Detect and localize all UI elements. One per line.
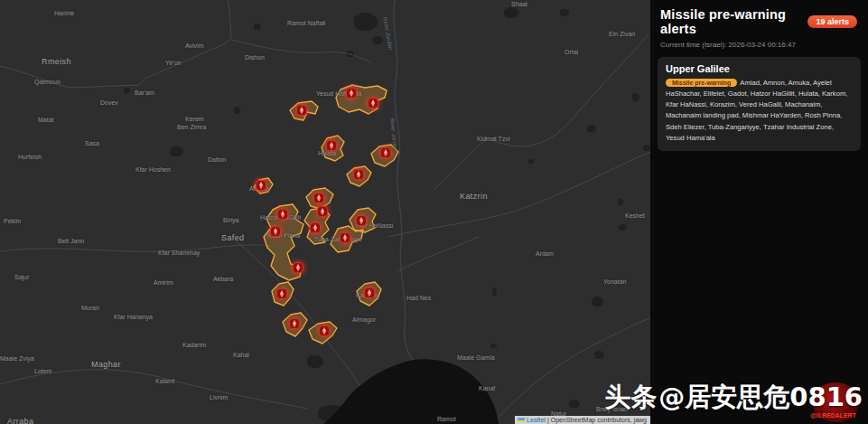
map-label: Ben Zimra — [177, 124, 206, 130]
map-label: Almagor — [352, 316, 376, 323]
app-root: HanineRamot NaftaliShaalEin ZivanOrtalAv… — [0, 0, 868, 424]
map-label: Kfar Shammay — [158, 250, 200, 256]
map-label: Katzrin — [460, 192, 488, 201]
map-label: Bar'am — [135, 90, 154, 96]
map-label: Had Nes — [406, 295, 431, 301]
region-title: Upper Galilee — [666, 63, 853, 74]
terrain-patch — [587, 125, 596, 132]
terrain-patch — [234, 107, 240, 114]
map-label: Livnim — [210, 394, 228, 400]
missile-alert-marker-icon[interactable] — [277, 209, 288, 220]
missile-alert-marker-icon[interactable] — [296, 105, 307, 116]
terrain-patch — [560, 9, 569, 16]
watermark-stamp-text: @ILREDALERT — [810, 412, 856, 419]
leaflet-flag-icon — [518, 418, 525, 422]
current-time: Current time (Israel): 2026-03-24 00:16:… — [650, 36, 868, 49]
leaflet-link[interactable]: Leaflet — [527, 417, 546, 423]
terrain-patch — [528, 159, 534, 164]
map-label: Kidmat Tzvi — [477, 136, 509, 142]
map-label: Shaal — [511, 1, 527, 7]
missile-alert-marker-icon[interactable] — [310, 222, 321, 233]
alert-type-pill: Missile pre-warning — [666, 79, 737, 87]
terrain-patch — [569, 400, 580, 408]
map-label: Yir'on — [165, 60, 181, 66]
terrain-patch — [492, 287, 497, 296]
map-label: Lotem — [34, 368, 51, 374]
region-alert-card[interactable]: Upper Galilee Missile pre-warningAmiad, … — [658, 57, 861, 151]
missile-alert-marker-icon[interactable] — [317, 206, 328, 217]
map-label: Safed — [221, 233, 245, 242]
missile-alert-marker-icon[interactable] — [353, 169, 364, 180]
map-label: Kfar Hoshen — [135, 166, 171, 173]
terrain-patch — [643, 145, 650, 151]
map-label: River Jordan — [382, 16, 394, 51]
map-label: Kadarim — [182, 342, 206, 348]
missile-alert-marker-icon[interactable] — [313, 193, 324, 203]
terrain-patch — [632, 93, 639, 101]
map-label: Rmeish — [42, 57, 71, 66]
map-label: Matat — [38, 117, 54, 123]
missile-alert-marker-icon[interactable] — [326, 140, 337, 151]
map-label: Dalton — [208, 156, 226, 163]
region-body: Missile pre-warningAmiad, Amnon, Amuka, … — [666, 78, 853, 144]
map-label: Dovev — [100, 99, 118, 106]
map-label: Kfar Hananya — [114, 314, 153, 320]
missile-alert-marker-icon[interactable] — [340, 232, 350, 243]
map-canvas[interactable]: HanineRamot NaftaliShaalEin ZivanOrtalAv… — [0, 0, 650, 424]
missile-alert-marker-icon[interactable] — [270, 226, 281, 237]
terrain-patch — [372, 36, 383, 44]
map-label: Ramot Naftali — [287, 20, 325, 26]
lake-kinneret — [323, 359, 499, 424]
terrain-patch — [592, 297, 603, 306]
map-label: Ein Zivan — [609, 31, 635, 37]
missile-alert-marker-icon[interactable] — [364, 287, 375, 298]
terrain-patch — [504, 7, 518, 18]
map-label: Pekiin — [4, 218, 21, 224]
terrain-patch — [619, 224, 627, 231]
map-label: Kanaf — [479, 385, 495, 391]
terrain-patch — [124, 88, 130, 93]
terrain-patch — [254, 24, 261, 30]
alert-zone-polygon[interactable] — [336, 85, 387, 114]
map-label: Avivim — [185, 42, 203, 49]
terrain-patch — [618, 199, 623, 205]
watermark-platform: 头条 — [604, 382, 657, 412]
map-label: Maale Gamla — [457, 354, 495, 361]
terrain-patch — [354, 13, 378, 31]
map-label: Beit Jann — [58, 238, 84, 244]
map-label: Ortal — [565, 49, 578, 55]
attribution-text: | OpenStreetMap contributors, jawg — [547, 417, 647, 423]
map-label: Kerem — [185, 116, 204, 122]
map-label: Arraba — [7, 417, 33, 424]
terrain-patch — [490, 344, 497, 348]
map-label: Moran — [81, 305, 99, 311]
missile-alert-marker-icon[interactable] — [319, 325, 330, 336]
missile-alert-marker-icon[interactable] — [368, 98, 378, 108]
map-label: Qatmoun — [34, 79, 61, 85]
missile-alert-marker-icon[interactable] — [256, 180, 266, 191]
alerts-panel: Missile pre-warning alerts 19 alerts Cur… — [650, 0, 868, 424]
missile-alert-marker-icon[interactable] — [346, 88, 357, 99]
map-label: Hurfeish — [18, 154, 42, 160]
missile-alert-marker-icon[interactable] — [289, 318, 300, 329]
terrain-patch — [594, 351, 604, 359]
missile-alert-marker-icon[interactable] — [356, 215, 367, 226]
missile-alert-marker-icon[interactable] — [380, 147, 391, 158]
map-label: Amirim — [154, 279, 173, 286]
map-label: Sasa — [85, 140, 99, 146]
map-label: Kalanit — [155, 378, 174, 384]
map-label: Tuba-Zangariyye — [314, 236, 362, 242]
terrain-patch — [318, 405, 349, 421]
alerts-count-badge: 19 alerts — [807, 15, 857, 28]
map-label: Ramot — [437, 416, 456, 422]
map-label: Maale Zviya — [0, 355, 34, 362]
map-label: Akbara — [213, 276, 233, 282]
missile-alert-marker-icon[interactable] — [276, 288, 287, 299]
alert-locations: Amiad, Amnon, Amuka, Ayelet HaShachar, E… — [666, 79, 847, 142]
map-label: Dishon — [245, 54, 265, 61]
terrain-patch — [307, 355, 323, 368]
map-label: Kahal — [233, 352, 249, 358]
map-label: Maghar — [91, 360, 121, 369]
map-label: Keshet — [625, 212, 645, 219]
missile-alert-marker-icon[interactable] — [293, 262, 303, 273]
